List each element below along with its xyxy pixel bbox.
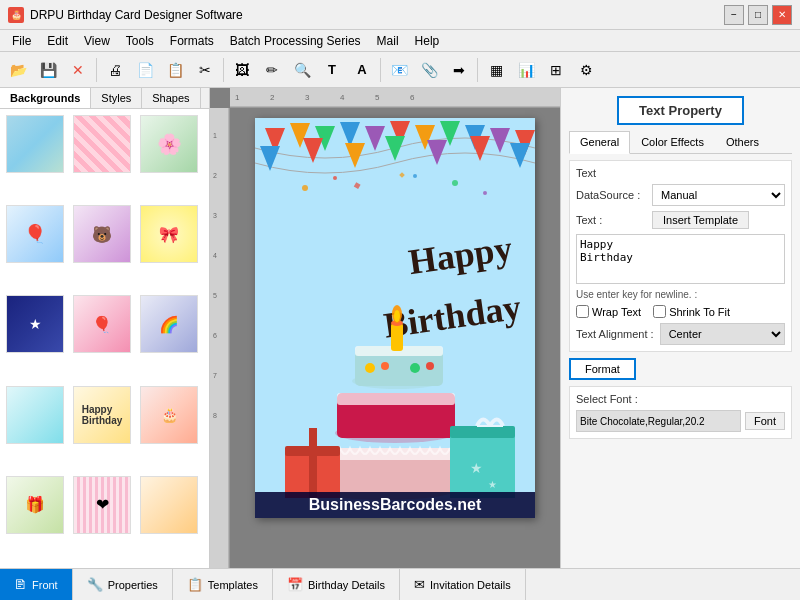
menu-edit[interactable]: Edit	[39, 32, 76, 50]
menu-view[interactable]: View	[76, 32, 118, 50]
status-tab-templates[interactable]: 📋 Templates	[173, 569, 273, 600]
templates-icon: 📋	[187, 577, 203, 592]
svg-point-59	[410, 363, 420, 373]
tab-backgrounds[interactable]: Backgrounds	[0, 88, 91, 108]
svg-point-60	[426, 362, 434, 370]
menu-formats[interactable]: Formats	[162, 32, 222, 50]
bg-thumb-15[interactable]	[140, 476, 198, 534]
tb-new[interactable]: 📄	[131, 56, 159, 84]
bg-thumb-7[interactable]: ★	[6, 295, 64, 353]
bg-thumb-11[interactable]: HappyBirthday	[73, 386, 131, 444]
tb-arrow[interactable]: ➡	[445, 56, 473, 84]
menu-tools[interactable]: Tools	[118, 32, 162, 50]
invitation-label: Invitation Details	[430, 579, 511, 591]
birthday-details-icon: 📅	[287, 577, 303, 592]
tb-attach[interactable]: 📎	[415, 56, 443, 84]
bg-thumb-12[interactable]: 🎂	[140, 386, 198, 444]
tb-grid[interactable]: ⊞	[542, 56, 570, 84]
birthday-details-label: Birthday Details	[308, 579, 385, 591]
svg-rect-62	[450, 426, 515, 438]
tab-shapes[interactable]: Shapes	[142, 88, 200, 108]
alignment-select[interactable]: Center Left Right	[660, 323, 785, 345]
bg-thumb-8[interactable]: 🎈	[73, 295, 131, 353]
main-container: Backgrounds Styles Shapes 🌸 🎈 🐻 🎀 ★	[0, 88, 800, 568]
datasource-select[interactable]: Manual Database	[652, 184, 785, 206]
font-row: Font	[576, 410, 785, 432]
menu-mail[interactable]: Mail	[369, 32, 407, 50]
svg-text:1: 1	[213, 132, 217, 139]
svg-rect-49	[337, 393, 455, 405]
wrap-text-label[interactable]: Wrap Text	[576, 305, 641, 318]
svg-point-39	[413, 174, 417, 178]
wrap-text-checkbox[interactable]	[576, 305, 589, 318]
svg-text:6: 6	[410, 93, 415, 102]
font-button[interactable]: Font	[745, 412, 785, 430]
watermark: BusinessBarcodes.net	[255, 492, 535, 518]
bg-thumb-14[interactable]: ❤	[73, 476, 131, 534]
insert-template-button[interactable]: Insert Template	[652, 211, 749, 229]
window-controls[interactable]: − □ ✕	[724, 5, 792, 25]
bg-thumb-6[interactable]: 🎀	[140, 205, 198, 263]
bg-thumb-1[interactable]	[6, 115, 64, 173]
shrink-to-fit-label[interactable]: Shrink To Fit	[653, 305, 730, 318]
shrink-to-fit-checkbox[interactable]	[653, 305, 666, 318]
tb-text[interactable]: T	[318, 56, 346, 84]
left-panel-tabs: Backgrounds Styles Shapes	[0, 88, 209, 109]
menu-file[interactable]: File	[4, 32, 39, 50]
tb-close[interactable]: ✕	[64, 56, 92, 84]
svg-text:4: 4	[340, 93, 345, 102]
bg-thumb-5[interactable]: 🐻	[73, 205, 131, 263]
bg-thumb-10[interactable]	[6, 386, 64, 444]
menu-help[interactable]: Help	[407, 32, 448, 50]
tb-chart[interactable]: 📊	[512, 56, 540, 84]
svg-text:★: ★	[488, 479, 497, 490]
svg-point-35	[302, 185, 308, 191]
font-section: Select Font : Font	[569, 386, 792, 439]
tb-barcode[interactable]: ▦	[482, 56, 510, 84]
checkbox-row: Wrap Text Shrink To Fit	[576, 305, 785, 318]
birthday-card[interactable]: Happy Birthday	[255, 118, 535, 518]
bg-thumb-2[interactable]	[73, 115, 131, 173]
status-tab-birthday-details[interactable]: 📅 Birthday Details	[273, 569, 400, 600]
tb-pencil[interactable]: ✏	[258, 56, 286, 84]
tb-settings[interactable]: ⚙	[572, 56, 600, 84]
app-icon: 🎂	[8, 7, 24, 23]
bg-thumb-4[interactable]: 🎈	[6, 205, 64, 263]
svg-point-58	[381, 362, 389, 370]
status-tab-invitation[interactable]: ✉ Invitation Details	[400, 569, 526, 600]
menu-bar: File Edit View Tools Formats Batch Proce…	[0, 30, 800, 52]
toolbar-sep-2	[223, 58, 224, 82]
status-tab-front[interactable]: 🖹 Front	[0, 569, 73, 600]
bg-thumb-13[interactable]: 🎁	[6, 476, 64, 534]
tb-copy[interactable]: 📋	[161, 56, 189, 84]
tb-email[interactable]: 📧	[385, 56, 413, 84]
menu-batch[interactable]: Batch Processing Series	[222, 32, 369, 50]
svg-point-57	[365, 363, 375, 373]
tb-print[interactable]: 🖨	[101, 56, 129, 84]
tb-font[interactable]: A	[348, 56, 376, 84]
tb-cut[interactable]: ✂	[191, 56, 219, 84]
tb-save[interactable]: 💾	[34, 56, 62, 84]
tab-general[interactable]: General	[569, 131, 630, 154]
maximize-button[interactable]: □	[748, 5, 768, 25]
minimize-button[interactable]: −	[724, 5, 744, 25]
bg-thumb-9[interactable]: 🌈	[140, 295, 198, 353]
tb-zoom[interactable]: 🔍	[288, 56, 316, 84]
bg-thumb-3[interactable]: 🌸	[140, 115, 198, 173]
properties-label: Properties	[108, 579, 158, 591]
svg-text:4: 4	[213, 252, 217, 259]
format-button[interactable]: Format	[569, 358, 636, 380]
status-bar: 🖹 Front 🔧 Properties 📋 Templates 📅 Birth…	[0, 568, 800, 600]
svg-point-38	[483, 191, 487, 195]
tab-styles[interactable]: Styles	[91, 88, 142, 108]
text-property-button[interactable]: Text Property	[617, 96, 744, 125]
font-input[interactable]	[576, 410, 741, 432]
tab-color-effects[interactable]: Color Effects	[630, 131, 715, 153]
svg-point-36	[333, 176, 337, 180]
close-button[interactable]: ✕	[772, 5, 792, 25]
tab-others[interactable]: Others	[715, 131, 770, 153]
tb-open[interactable]: 📂	[4, 56, 32, 84]
tb-image[interactable]: 🖼	[228, 56, 256, 84]
status-tab-properties[interactable]: 🔧 Properties	[73, 569, 173, 600]
text-content-area[interactable]: Happy Birthday	[576, 234, 785, 284]
